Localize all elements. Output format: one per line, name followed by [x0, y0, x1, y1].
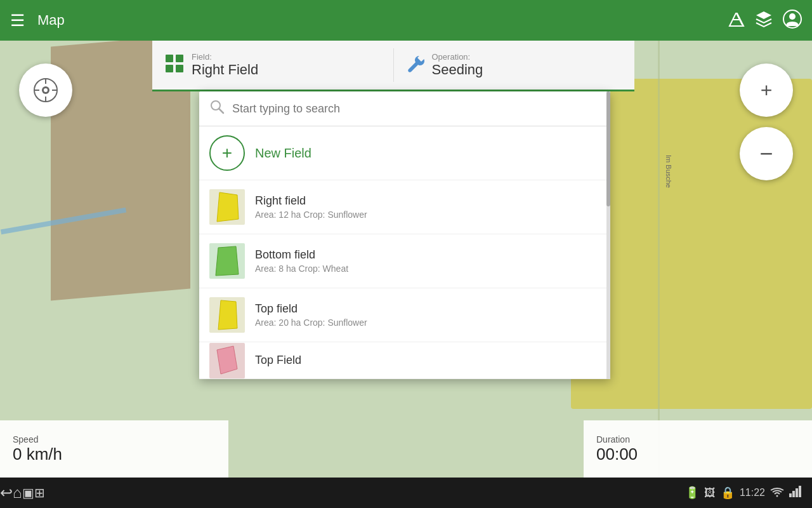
system-time: 11:22	[740, 487, 765, 498]
svg-line-18	[219, 109, 223, 113]
svg-point-16	[44, 88, 48, 92]
zoom-minus-button[interactable]: −	[740, 127, 793, 180]
scrollbar[interactable]	[606, 91, 610, 379]
svg-rect-6	[166, 55, 173, 62]
scrollbar-thumb	[606, 91, 610, 206]
search-icon	[209, 99, 225, 118]
bottom-field-name: Bottom field	[255, 248, 348, 262]
menu-icon[interactable]: ☰	[10, 11, 25, 30]
svg-point-5	[789, 13, 796, 20]
bottom-field-thumb	[209, 243, 245, 279]
top-field-thumb	[209, 297, 245, 333]
back-button[interactable]: ↩	[0, 484, 13, 502]
photo-icon: 🖼	[704, 486, 716, 500]
tab-operation[interactable]: Operation: Seeding	[394, 41, 635, 91]
svg-rect-8	[166, 65, 173, 72]
recents-button[interactable]: ▣	[22, 485, 34, 500]
top-bar-icons	[728, 10, 802, 31]
speed-status: Speed 0 km/h	[13, 434, 216, 464]
search-input[interactable]	[232, 102, 600, 116]
svg-marker-19	[217, 192, 239, 222]
map-label: Im Busche	[665, 155, 672, 188]
new-field-icon: +	[209, 135, 245, 171]
svg-marker-22	[217, 346, 237, 374]
right-field-meta: Area: 12 ha Crop: Sunflower	[255, 210, 367, 220]
top-bar: ☰ Map	[0, 0, 812, 41]
svg-rect-24	[792, 491, 795, 497]
svg-rect-26	[799, 486, 801, 497]
tab-field-content: Field: Right Field	[192, 52, 258, 78]
right-field-name: Right field	[255, 194, 367, 208]
minus-label: −	[759, 140, 773, 167]
svg-rect-23	[789, 493, 792, 497]
list-item-bottom-field[interactable]: Bottom field Area: 8 ha Crop: Wheat	[199, 234, 610, 288]
svg-marker-20	[216, 246, 239, 276]
app-title: Map	[37, 12, 65, 29]
search-box	[199, 91, 610, 126]
zoom-plus-button[interactable]: +	[740, 64, 793, 117]
signal-bar-icon	[789, 486, 802, 500]
svg-rect-7	[176, 55, 183, 62]
bottom-field-meta: Area: 8 ha Crop: Wheat	[255, 264, 348, 274]
svg-marker-3	[756, 11, 771, 19]
wifi-icon	[770, 486, 784, 500]
top-field-info: Top field Area: 20 ha Crop: Sunflower	[255, 302, 367, 328]
field-grid-icon	[165, 54, 184, 77]
top-field-2-name: Top Field	[255, 354, 301, 367]
home-button[interactable]: ⌂	[13, 484, 22, 502]
operation-wrench-icon	[407, 55, 424, 76]
speed-label: Speed	[13, 434, 216, 444]
lock-icon: 🔒	[721, 486, 735, 500]
top-field-2-thumb	[209, 343, 245, 378]
battery-icon: 🔋	[685, 486, 699, 500]
right-field-info: Right field Area: 12 ha Crop: Sunflower	[255, 194, 367, 220]
location-button[interactable]	[19, 64, 72, 117]
duration-label: Duration	[596, 434, 799, 444]
nav-bar: ↩ ⌂ ▣ ⊞ 🔋 🖼 🔒 11:22	[0, 478, 812, 508]
tab-field[interactable]: Field: Right Field	[152, 41, 393, 91]
top-field-2-info: Top Field	[255, 354, 301, 367]
system-status: 🔋 🖼 🔒 11:22	[685, 486, 802, 500]
svg-rect-25	[796, 488, 798, 497]
tab-operation-label-small: Operation:	[432, 52, 483, 62]
duration-value: 00:00	[596, 444, 799, 464]
speed-value: 0 km/h	[13, 444, 216, 464]
tab-operation-label-main: Seeding	[432, 62, 483, 78]
layers-icon[interactable]	[755, 10, 773, 30]
right-field-thumb	[209, 189, 245, 225]
plus-label: +	[761, 79, 773, 102]
tab-operation-content: Operation: Seeding	[432, 52, 483, 78]
field-dropdown-panel: + New Field Right field Area: 12 ha Crop…	[199, 91, 610, 379]
bottom-status-left: Speed 0 km/h	[0, 420, 228, 478]
list-item-top-field[interactable]: Top field Area: 20 ha Crop: Sunflower	[199, 288, 610, 342]
tab-field-label-main: Right Field	[192, 62, 258, 78]
new-field-item[interactable]: + New Field	[199, 126, 610, 180]
top-field-name: Top field	[255, 302, 367, 316]
tab-field-label-small: Field:	[192, 52, 258, 62]
scan-button[interactable]: ⊞	[34, 485, 45, 500]
list-item-top-field-2[interactable]: Top Field	[199, 342, 610, 379]
top-field-meta: Area: 20 ha Crop: Sunflower	[255, 318, 367, 328]
list-item-right-field[interactable]: Right field Area: 12 ha Crop: Sunflower	[199, 180, 610, 234]
new-field-label: New Field	[255, 146, 311, 161]
signal-icon	[728, 11, 745, 30]
bottom-field-info: Bottom field Area: 8 ha Crop: Wheat	[255, 248, 348, 274]
account-icon[interactable]	[783, 10, 802, 31]
svg-rect-9	[176, 65, 183, 72]
svg-marker-21	[218, 300, 237, 330]
bottom-status-right: Duration 00:00	[584, 420, 812, 478]
tab-bar: Field: Right Field Operation: Seeding	[152, 41, 634, 91]
duration-status: Duration 00:00	[596, 434, 799, 464]
